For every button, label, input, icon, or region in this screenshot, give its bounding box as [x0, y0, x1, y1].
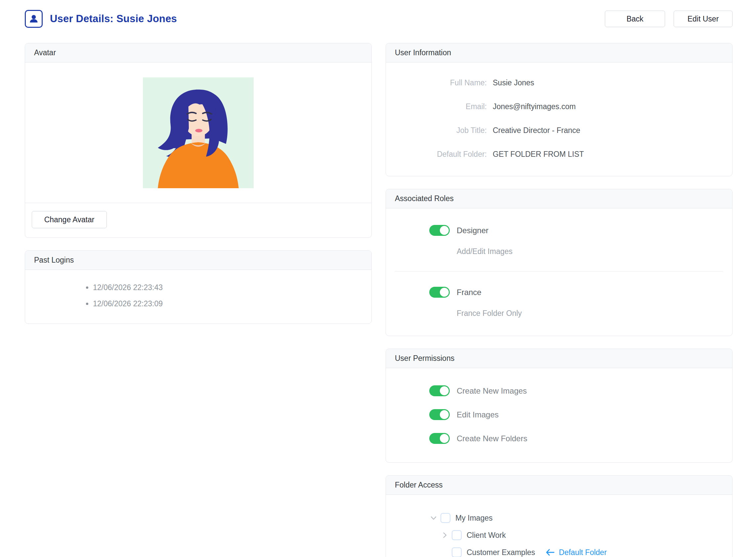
default-folder-label: Default Folder	[559, 548, 607, 557]
tree-node-my-images: My Images	[395, 509, 723, 527]
default-folder-indicator: Default Folder	[545, 548, 607, 557]
login-entry: 12/06/2026 22:23:43	[93, 283, 362, 292]
folder-checkbox-my-images[interactable]	[441, 513, 450, 523]
avatar-card: Avatar	[25, 43, 372, 238]
chevron-right-icon[interactable]	[441, 531, 449, 539]
tree-node-client-work: Client Work	[395, 527, 723, 544]
change-avatar-button[interactable]: Change Avatar	[32, 211, 107, 228]
folder-label[interactable]: Customer Examples	[466, 548, 535, 557]
role-france: France France Folder Only	[395, 287, 723, 318]
user-details-page: User Details: Susie Jones Back Edit User…	[0, 0, 756, 557]
permission-create-new-folders: Create New Folders	[395, 433, 723, 444]
permission-toggle-create-new-folders[interactable]	[429, 433, 450, 444]
role-toggle-france[interactable]	[429, 287, 450, 298]
role-description: France Folder Only	[457, 309, 723, 318]
tree-node-customer-examples: Customer Examples Default Folder	[395, 544, 723, 557]
info-row-job-title: Job Title: Creative Director - France	[395, 126, 723, 135]
arrow-left-icon	[545, 548, 555, 557]
left-column: Avatar	[25, 43, 372, 324]
avatar-image	[143, 78, 254, 188]
role-name: France	[457, 288, 482, 297]
permission-label: Create New Folders	[457, 434, 527, 443]
role-description: Add/Edit Images	[457, 247, 723, 256]
role-name: Designer	[457, 226, 488, 235]
back-button[interactable]: Back	[605, 10, 665, 27]
page-title: User Details: Susie Jones	[50, 13, 177, 25]
folder-checkbox-client-work[interactable]	[452, 530, 462, 540]
field-label: Email:	[395, 102, 487, 111]
past-logins-card: Past Logins 12/06/2026 22:23:43 12/06/20…	[25, 251, 372, 324]
permission-label: Create New Images	[457, 386, 527, 395]
past-logins-title: Past Logins	[25, 251, 371, 270]
folder-checkbox-customer-examples[interactable]	[452, 548, 462, 557]
folder-label[interactable]: My Images	[455, 514, 492, 523]
field-label: Job Title:	[395, 126, 487, 135]
edit-user-button[interactable]: Edit User	[674, 10, 732, 27]
chevron-down-icon[interactable]	[429, 514, 438, 522]
past-logins-list: 12/06/2026 22:23:43 12/06/2026 22:23:09	[34, 283, 362, 308]
user-permissions-card: User Permissions Create New Images Edit …	[386, 349, 732, 463]
info-row-default-folder: Default Folder: GET FOLDER FROM LIST	[395, 150, 723, 159]
user-information-card: User Information Full Name: Susie Jones …	[386, 43, 732, 176]
permission-toggle-edit-images[interactable]	[429, 409, 450, 420]
user-permissions-title: User Permissions	[386, 349, 732, 368]
field-value: Jones@niftyimages.com	[493, 102, 576, 111]
folder-tree: My Images Client Work Customer Examples	[386, 495, 732, 557]
permission-create-new-images: Create New Images	[395, 385, 723, 396]
field-label: Default Folder:	[395, 150, 487, 159]
permission-edit-images: Edit Images	[395, 409, 723, 420]
field-value: GET FOLDER FROM LIST	[493, 150, 584, 159]
role-toggle-designer[interactable]	[429, 225, 450, 236]
user-icon	[25, 10, 43, 28]
associated-roles-title: Associated Roles	[386, 189, 732, 208]
permission-label: Edit Images	[457, 410, 499, 419]
info-row-full-name: Full Name: Susie Jones	[395, 78, 723, 87]
folder-label[interactable]: Client Work	[466, 531, 506, 540]
associated-roles-card: Associated Roles Designer Add/Edit Image…	[386, 189, 732, 336]
divider	[395, 271, 723, 271]
folder-access-title: Folder Access	[386, 476, 732, 495]
login-entry: 12/06/2026 22:23:09	[93, 299, 362, 308]
permission-toggle-create-new-images[interactable]	[429, 385, 450, 396]
field-label: Full Name:	[395, 78, 487, 87]
folder-access-card: Folder Access My Images	[386, 475, 732, 557]
field-value: Creative Director - France	[493, 126, 580, 135]
field-value: Susie Jones	[493, 78, 534, 87]
right-column: User Information Full Name: Susie Jones …	[386, 43, 732, 557]
avatar-card-title: Avatar	[25, 43, 371, 62]
info-row-email: Email: Jones@niftyimages.com	[395, 102, 723, 111]
top-bar: User Details: Susie Jones Back Edit User	[25, 8, 732, 30]
user-information-title: User Information	[386, 43, 732, 62]
role-designer: Designer Add/Edit Images	[395, 225, 723, 256]
